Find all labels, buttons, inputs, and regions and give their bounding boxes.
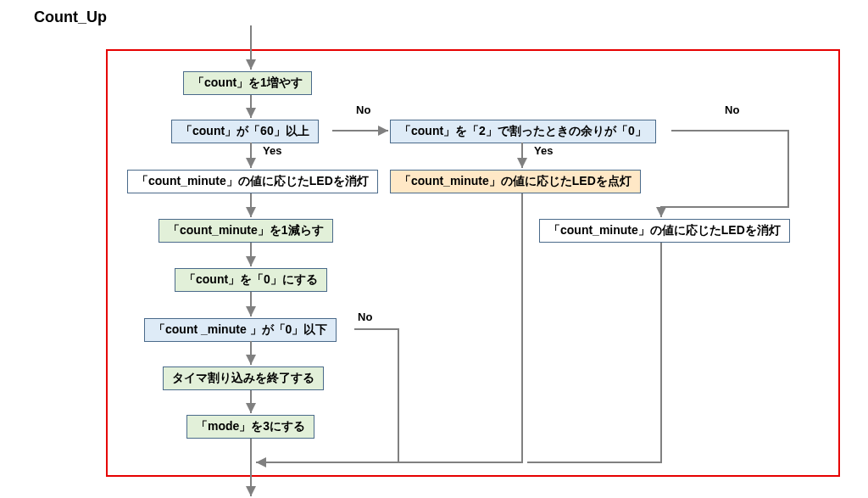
decision-count-mod2: 「count」を「2」で割ったときの余りが「0」	[390, 120, 656, 143]
step-led-off-left: 「count_minute」の値に応じたLEDを消灯	[127, 170, 378, 193]
step-dec-count-minute: 「count_minute」を1減らす	[159, 219, 333, 243]
step-set-mode-3: 「mode」を3にする	[186, 415, 314, 439]
step-led-on: 「count_minute」の値に応じたLEDを点灯	[390, 170, 641, 193]
step-increment-count: 「count」を1増やす	[183, 71, 312, 95]
step-end-timer-irq: タイマ割り込みを終了する	[163, 367, 324, 390]
label-no-1: No	[356, 104, 370, 116]
decision-count-minute-le-0: 「count _minute 」が「0」以下	[144, 318, 337, 342]
decision-count-ge-60: 「count」が「60」以上	[171, 120, 319, 143]
step-reset-count: 「count」を「0」にする	[175, 268, 327, 292]
step-led-off-right: 「count_minute」の値に応じたLEDを消灯	[539, 219, 790, 243]
diagram-title: Count_Up	[34, 8, 107, 26]
label-no-3: No	[358, 311, 372, 323]
label-no-2: No	[725, 104, 739, 116]
label-yes-2: Yes	[534, 144, 553, 157]
label-yes-1: Yes	[263, 144, 281, 157]
